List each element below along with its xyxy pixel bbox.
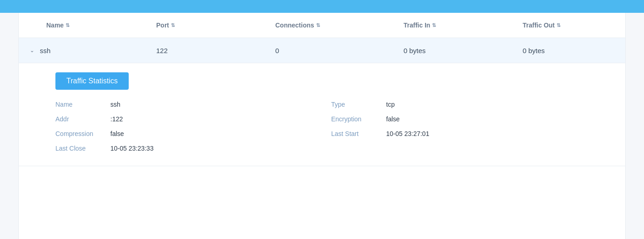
detail-row-compression: Compression false [55, 130, 313, 137]
detail-value-addr: :122 [110, 115, 123, 123]
table-row: ⌄ ssh 122 0 0 bytes 0 bytes [19, 38, 625, 63]
detail-left: Name ssh Addr :122 Compression false Las… [55, 101, 313, 152]
detail-row-name: Name ssh [55, 101, 313, 108]
detail-label-last-close: Last Close [55, 145, 110, 152]
row-name-value: ssh [40, 47, 50, 54]
detail-row-type: Type tcp [331, 101, 589, 108]
detail-row-last-close: Last Close 10-05 23:23:33 [55, 145, 313, 152]
header-traffic-out-label: Traffic Out [523, 22, 555, 29]
detail-row-addr: Addr :122 [55, 115, 313, 123]
sort-icon-name: ⇅ [65, 23, 70, 28]
row-traffic-out-value: 0 bytes [523, 47, 616, 54]
detail-grid: Name ssh Addr :122 Compression false Las… [55, 101, 589, 152]
row-connections-value: 0 [275, 47, 404, 54]
detail-value-type: tcp [386, 101, 395, 108]
detail-label-type: Type [331, 101, 386, 108]
row-traffic-in-value: 0 bytes [404, 47, 523, 54]
header-port[interactable]: Port ⇅ [156, 22, 275, 29]
sort-icon-connections: ⇅ [316, 23, 320, 28]
detail-label-addr: Addr [55, 115, 110, 123]
traffic-statistics-button[interactable]: Traffic Statistics [55, 72, 129, 90]
sort-icon-port: ⇅ [171, 23, 175, 28]
detail-value-encryption: false [386, 115, 400, 123]
sort-icon-traffic-in: ⇅ [432, 23, 436, 28]
top-bar [0, 0, 644, 13]
row-name-cell: ⌄ ssh [28, 47, 156, 54]
expand-icon[interactable]: ⌄ [30, 47, 34, 54]
header-name-label: Name [46, 22, 64, 29]
header-traffic-out[interactable]: Traffic Out ⇅ [523, 22, 616, 29]
detail-label-encryption: Encryption [331, 115, 386, 123]
expanded-section: Traffic Statistics Name ssh Addr :122 Co… [19, 63, 625, 166]
header-connections-label: Connections [275, 22, 314, 29]
header-traffic-in-label: Traffic In [404, 22, 430, 29]
detail-label-name: Name [55, 101, 110, 108]
header-traffic-in[interactable]: Traffic In ⇅ [404, 22, 523, 29]
header-port-label: Port [156, 22, 169, 29]
detail-label-last-start: Last Start [331, 130, 386, 137]
sort-icon-traffic-out: ⇅ [557, 23, 561, 28]
detail-right: Type tcp Encryption false Last Start 10-… [313, 101, 589, 152]
detail-row-last-start: Last Start 10-05 23:27:01 [331, 130, 589, 137]
detail-label-compression: Compression [55, 130, 110, 137]
detail-value-compression: false [110, 130, 124, 137]
row-port-value: 122 [156, 47, 275, 54]
detail-value-name: ssh [110, 101, 120, 108]
detail-value-last-close: 10-05 23:23:33 [110, 145, 153, 152]
table-header: Name ⇅ Port ⇅ Connections ⇅ Traffic In ⇅… [19, 13, 625, 38]
main-container: Name ⇅ Port ⇅ Connections ⇅ Traffic In ⇅… [18, 13, 626, 239]
detail-value-last-start: 10-05 23:27:01 [386, 130, 429, 137]
header-name[interactable]: Name ⇅ [28, 22, 156, 29]
header-connections[interactable]: Connections ⇅ [275, 22, 404, 29]
detail-row-encryption: Encryption false [331, 115, 589, 123]
